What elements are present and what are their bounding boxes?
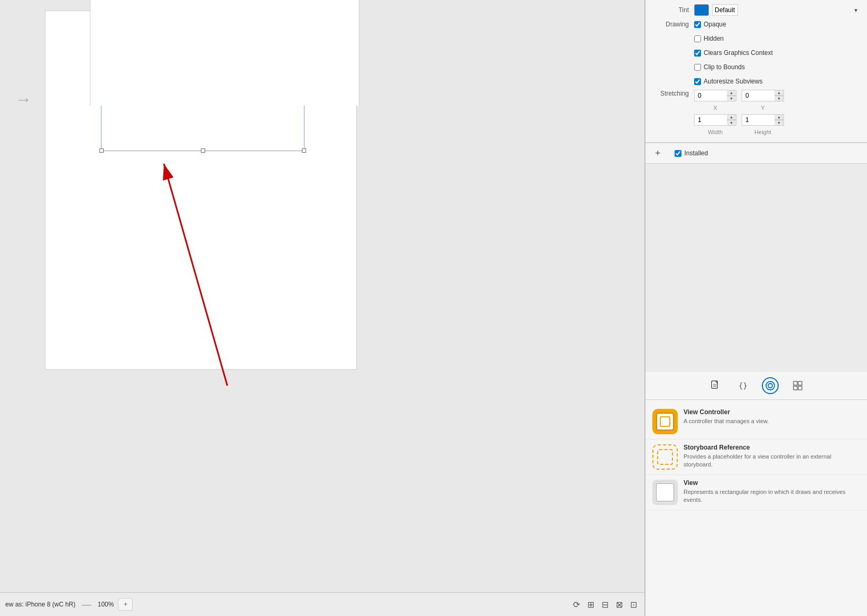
handle-bottom-middle[interactable] (201, 148, 205, 153)
view-controller-icon (652, 408, 678, 435)
svg-point-6 (766, 381, 774, 390)
tab-code[interactable]: {} (734, 377, 751, 394)
svg-rect-9 (798, 381, 802, 385)
bottom-canvas-strip (90, 0, 359, 106)
view-item-title: View (684, 479, 861, 487)
svg-rect-8 (794, 381, 797, 385)
storyboard-reference-desc: Provides a placeholder for a view contro… (684, 453, 861, 469)
stretch-y-stepper: ▲ ▼ (774, 90, 784, 101)
autoresize-checkbox[interactable] (694, 78, 701, 85)
add-button[interactable]: + (652, 147, 664, 159)
stretch-height-stepper: ▲ ▼ (774, 114, 784, 126)
distribute-icon[interactable]: ⊡ (628, 599, 639, 611)
opaque-checkbox-item: Opaque (694, 21, 861, 28)
installed-label: Installed (685, 150, 708, 157)
stretch-y-up[interactable]: ▲ (774, 90, 784, 96)
drawing-opaque-row: Drawing Opaque (652, 18, 861, 30)
svg-point-7 (768, 384, 772, 388)
autoresize-label: Autoresize Subviews (704, 78, 762, 85)
stretch-height-up[interactable]: ▲ (774, 114, 784, 120)
stretch-x-down[interactable]: ▼ (727, 96, 736, 101)
tint-row: Tint Default ▼ (652, 4, 861, 16)
tint-select[interactable]: Default (712, 4, 738, 16)
hidden-row: Hidden (652, 33, 861, 44)
autoresize-row: Autoresize Subviews (652, 76, 861, 87)
svg-rect-10 (794, 386, 797, 390)
view-item[interactable]: View Represents a rectangular region in … (645, 475, 867, 510)
clears-graphics-checkbox-item: Clears Graphics Context (694, 49, 861, 57)
object-library-tabs: {} (645, 372, 867, 400)
zoom-level: 100% (98, 601, 114, 608)
view-as-label: ew as: iPhone 8 (wC hR) (5, 601, 76, 608)
autoresize-checkbox-item: Autoresize Subviews (694, 78, 861, 85)
tab-objects[interactable] (762, 377, 779, 394)
opaque-label: Opaque (704, 21, 726, 28)
stretch-x-stepper: ▲ ▼ (727, 90, 736, 101)
inspector-properties: Tint Default ▼ Drawing Opaque (645, 0, 867, 143)
svg-rect-11 (798, 386, 802, 390)
stretch-y-wrap: ▲ ▼ (742, 90, 784, 101)
stretch-width-wrap: ▲ ▼ (694, 114, 736, 126)
tab-grid[interactable] (789, 377, 806, 394)
drawing-label: Drawing (652, 21, 694, 28)
inspector-spacer (645, 164, 867, 372)
stretch-height-wrap: ▲ ▼ (742, 114, 784, 126)
align-left-icon[interactable]: ⊞ (585, 599, 596, 611)
align-center-icon[interactable]: ⊟ (599, 599, 611, 611)
right-panel: Tint Default ▼ Drawing Opaque (645, 0, 867, 616)
storyboard-reference-icon (652, 444, 678, 470)
clip-bounds-label: Clip to Bounds (704, 63, 745, 71)
storyboard-reference-item[interactable]: Storyboard Reference Provides a placehol… (645, 440, 867, 475)
left-arrow-icon: → (15, 90, 32, 109)
stretching-row: Stretching ▲ ▼ ▲ (652, 90, 861, 135)
view-item-text: View Represents a rectangular region in … (684, 479, 861, 505)
stretch-height-label: Height (742, 129, 784, 135)
clears-graphics-checkbox[interactable] (694, 50, 701, 57)
stretch-x-wrap: ▲ ▼ (694, 90, 736, 101)
clears-graphics-label: Clears Graphics Context (704, 49, 773, 57)
clip-bounds-row: Clip to Bounds (652, 61, 861, 73)
handle-bottom-right[interactable] (302, 148, 306, 153)
stretch-width-label: Width (694, 129, 736, 135)
view-controller-title: View Controller (684, 408, 861, 416)
stretch-width-down[interactable]: ▼ (727, 120, 736, 126)
stretch-width-stepper: ▲ ▼ (727, 114, 736, 126)
view-controller-desc: A controller that manages a view. (684, 417, 861, 425)
object-list: View Controller A controller that manage… (645, 400, 867, 617)
clip-bounds-checkbox[interactable] (694, 64, 701, 71)
tab-file[interactable] (707, 377, 724, 394)
view-controller-item[interactable]: View Controller A controller that manage… (645, 404, 867, 440)
bottom-toolbar: ew as: iPhone 8 (wC hR) — 100% + ⟳ ⊞ ⊟ ⊠… (0, 592, 644, 616)
tint-label: Tint (652, 6, 694, 14)
tint-select-wrapper: Default ▼ (712, 4, 861, 16)
align-right-icon[interactable]: ⊠ (614, 599, 625, 611)
clears-graphics-row: Clears Graphics Context (652, 47, 861, 59)
stretch-x-up[interactable]: ▲ (727, 90, 736, 96)
view-item-icon (652, 479, 678, 506)
stretch-y-down[interactable]: ▼ (774, 96, 784, 101)
zoom-plus-button[interactable]: + (118, 598, 133, 611)
stretch-height-down[interactable]: ▼ (774, 120, 784, 126)
storyboard-reference-text: Storyboard Reference Provides a placehol… (684, 444, 861, 469)
installed-row: + Installed (645, 143, 867, 164)
clip-bounds-checkbox-item: Clip to Bounds (694, 63, 861, 71)
installed-checkbox[interactable] (675, 150, 681, 157)
stretching-label: Stretching (652, 90, 694, 97)
tint-color-swatch[interactable] (694, 4, 709, 16)
stretch-y-label: Y (742, 105, 784, 111)
opaque-checkbox[interactable] (694, 21, 701, 28)
select-arrow-icon: ▼ (853, 7, 859, 13)
view-item-desc: Represents a rectangular region in which… (684, 488, 861, 505)
canvas-area: → (0, 0, 645, 616)
separator: — (82, 599, 91, 610)
stretch-width-up[interactable]: ▲ (727, 114, 736, 120)
svg-text:{}: {} (739, 381, 748, 390)
stretch-x-label: X (694, 105, 736, 111)
refresh-icon[interactable]: ⟳ (571, 599, 582, 611)
handle-bottom-left[interactable] (99, 148, 104, 153)
hidden-label: Hidden (704, 35, 724, 42)
hidden-checkbox[interactable] (694, 35, 701, 42)
toolbar-icon-group: ⟳ ⊞ ⊟ ⊠ ⊡ (571, 599, 639, 611)
storyboard-reference-title: Storyboard Reference (684, 444, 861, 451)
view-controller-text: View Controller A controller that manage… (684, 408, 861, 425)
